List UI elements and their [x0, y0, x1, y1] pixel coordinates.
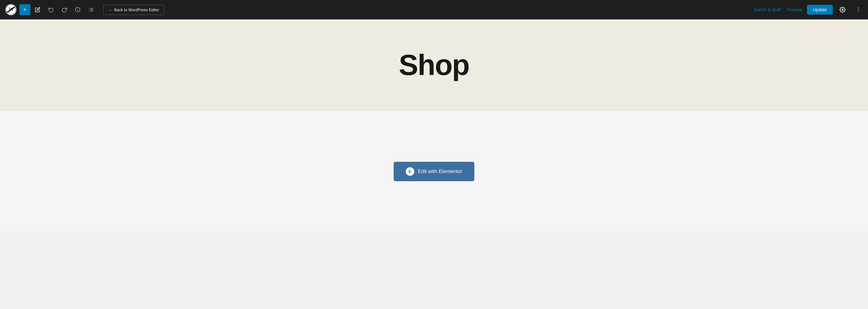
page-title: Shop [399, 48, 469, 82]
list-view-button[interactable] [85, 4, 97, 16]
svg-point-12 [858, 9, 859, 10]
settings-button[interactable] [836, 4, 848, 16]
back-arrow-icon: ← [108, 8, 112, 12]
plus-icon: + [23, 7, 27, 13]
ellipsis-vertical-icon [855, 7, 861, 13]
undo-icon [48, 7, 54, 12]
wp-logo-button[interactable] [4, 0, 18, 20]
main-content: Shop E Edit with Elementor [0, 20, 868, 232]
undo-button[interactable] [45, 4, 57, 16]
content-section: E Edit with Elementor [0, 111, 868, 232]
info-button[interactable] [72, 4, 84, 16]
hero-section: Shop [0, 20, 868, 111]
redo-icon [62, 7, 67, 12]
edit-button[interactable] [32, 4, 44, 16]
svg-point-10 [842, 9, 843, 11]
toolbar: + [0, 0, 868, 20]
list-icon [88, 7, 94, 12]
more-options-button[interactable] [852, 4, 864, 16]
svg-point-13 [858, 11, 859, 12]
redo-button[interactable] [58, 4, 70, 16]
pencil-icon [35, 7, 40, 12]
update-button[interactable]: Update [807, 5, 833, 14]
preview-button[interactable]: Preview [786, 5, 803, 14]
elementor-icon: E [406, 167, 414, 176]
info-icon [75, 7, 81, 12]
switch-to-draft-button[interactable]: Switch to draft [753, 5, 782, 14]
svg-point-11 [858, 8, 859, 8]
gear-icon [839, 7, 845, 13]
edit-with-elementor-button[interactable]: E Edit with Elementor [394, 162, 474, 181]
back-to-editor-button[interactable]: ← Back to WordPress Editor [103, 5, 164, 15]
back-button-label: Back to WordPress Editor [114, 8, 159, 12]
edit-elementor-label: Edit with Elementor [418, 168, 462, 175]
add-block-button[interactable]: + [20, 4, 30, 15]
